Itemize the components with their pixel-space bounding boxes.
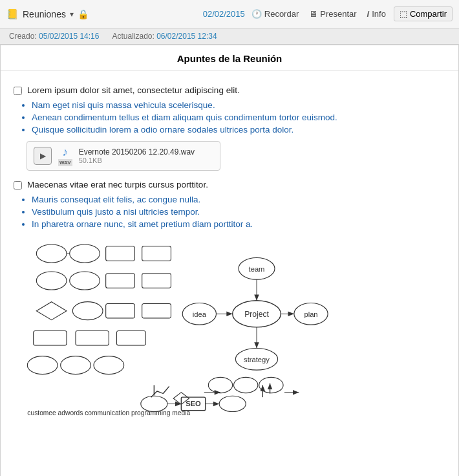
created-label: Creado: <box>9 32 37 41</box>
share-label: Compartir <box>410 9 447 19</box>
attachment-info: Evernote 20150206 12.20.49.wav 50.1KB <box>79 147 195 164</box>
share-button[interactable]: ⬚ Compartir <box>394 6 453 21</box>
music-note-icon: ♪ <box>62 146 68 159</box>
svg-marker-43 <box>293 390 299 395</box>
remind-icon: 🕐 <box>251 9 262 19</box>
list-item: Nam eget nisi quis massa vehicula sceler… <box>32 100 445 110</box>
checkbox-1-text: Lorem ipsum dolor sit amet, consectetur … <box>27 85 240 95</box>
svg-marker-24 <box>254 294 259 300</box>
note-title: Apuntes de la Reunión <box>1 45 458 71</box>
list-item: In pharetra ornare nunc, sit amet pretiu… <box>32 219 445 229</box>
svg-point-16 <box>27 356 58 374</box>
present-button[interactable]: 🖥 Presentar <box>305 7 360 21</box>
wav-label: WAV <box>58 159 72 166</box>
play-button[interactable]: ▶ <box>34 147 52 165</box>
svg-rect-8 <box>142 274 171 288</box>
svg-rect-11 <box>106 303 135 318</box>
svg-point-1 <box>70 244 100 263</box>
svg-rect-14 <box>76 330 109 345</box>
svg-text:strategy: strategy <box>244 356 270 363</box>
svg-marker-57 <box>268 384 272 389</box>
present-icon: 🖥 <box>309 9 317 19</box>
svg-text:Project: Project <box>244 310 269 319</box>
svg-point-5 <box>36 272 67 290</box>
bullet-list-1: Nam eget nisi quis massa vehicula sceler… <box>32 100 445 135</box>
updated-value: 06/02/2015 12:34 <box>156 32 217 41</box>
toolbar-right: ⬚ Compartir <box>394 6 453 21</box>
checkbox-1[interactable] <box>14 87 22 95</box>
svg-marker-28 <box>226 312 232 316</box>
mindmap-svg: Project team idea plan strategy <box>14 235 445 416</box>
svg-point-37 <box>208 377 232 393</box>
svg-text:customee   adwords   communica: customee adwords communication programmi… <box>27 409 190 416</box>
updated-label: Actualizado: <box>112 32 154 41</box>
svg-rect-7 <box>106 274 135 288</box>
attachment-name: Evernote 20150206 12.20.49.wav <box>79 147 195 157</box>
svg-rect-3 <box>106 246 135 261</box>
checkbox-2-text: Maecenas vitae erat nec turpis cursus po… <box>27 180 208 189</box>
info-label: Info <box>372 9 386 19</box>
note-date: 02/02/2015 <box>203 9 245 19</box>
svg-point-17 <box>61 356 91 374</box>
notebook-label[interactable]: Reuniones <box>23 9 66 19</box>
attachment-size: 50.1KB <box>79 157 195 164</box>
notebook-icon: 📒 <box>6 8 19 20</box>
sub-header: Creado: 05/02/2015 14:16 Actualizado: 06… <box>0 28 459 45</box>
svg-rect-12 <box>142 303 171 318</box>
created-value: 05/02/2015 14:16 <box>39 32 99 41</box>
svg-point-18 <box>94 356 124 374</box>
svg-point-38 <box>234 377 258 393</box>
toolbar-left: 📒 Reuniones ▾ 🔒 <box>6 8 199 20</box>
list-item: Vestibulum quis justo a nisi ultricies t… <box>32 207 445 217</box>
audio-attachment: ▶ ♪ WAV Evernote 20150206 12.20.49.wav 5… <box>27 141 220 171</box>
dropdown-icon[interactable]: ▾ <box>70 10 74 19</box>
note-content: Apuntes de la Reunión Lorem ipsum dolor … <box>0 45 459 476</box>
toolbar-center: 02/02/2015 🕐 Recordar 🖥 Presentar i Info <box>203 7 390 21</box>
svg-point-49 <box>219 396 246 411</box>
list-item: Aenean condimentum tellus et diam aliqua… <box>32 113 445 122</box>
svg-rect-13 <box>34 330 67 345</box>
remind-label: Recordar <box>264 9 299 19</box>
present-label: Presentar <box>320 9 356 19</box>
svg-marker-51 <box>213 402 219 406</box>
svg-marker-41 <box>215 390 220 395</box>
checkbox-2[interactable] <box>14 181 22 189</box>
list-item: Mauris consequat elit felis, ac congue n… <box>32 195 445 204</box>
toolbar: 📒 Reuniones ▾ 🔒 02/02/2015 🕐 Recordar 🖥 … <box>0 0 459 28</box>
svg-point-10 <box>72 302 103 320</box>
info-button[interactable]: i Info <box>363 7 390 21</box>
info-icon: i <box>367 9 370 19</box>
svg-text:team: team <box>249 265 265 273</box>
svg-marker-32 <box>288 312 294 316</box>
svg-rect-4 <box>142 246 171 261</box>
svg-marker-9 <box>36 302 67 320</box>
svg-text:plan: plan <box>304 310 317 318</box>
lock-icon: 🔒 <box>78 9 89 19</box>
remind-button[interactable]: 🕐 Recordar <box>248 7 303 21</box>
list-item: Quisque sollicitudin lorem a odio ornare… <box>32 125 445 135</box>
svg-marker-36 <box>254 342 259 348</box>
share-icon: ⬚ <box>400 9 407 19</box>
checkbox-item-1: Lorem ipsum dolor sit amet, consectetur … <box>14 85 445 95</box>
wav-icon: ♪ WAV <box>58 146 72 166</box>
svg-rect-15 <box>116 330 145 345</box>
svg-marker-55 <box>261 385 265 391</box>
note-body: Lorem ipsum dolor sit amet, consectetur … <box>1 71 458 424</box>
svg-text:SEO: SEO <box>186 400 201 407</box>
bullet-list-2: Mauris consequat elit felis, ac congue n… <box>32 195 445 229</box>
checkbox-item-2: Maecenas vitae erat nec turpis cursus po… <box>14 180 445 189</box>
svg-point-0 <box>36 244 67 263</box>
svg-point-6 <box>70 272 100 290</box>
svg-text:idea: idea <box>193 310 207 318</box>
mindmap-area: Project team idea plan strategy <box>14 235 445 416</box>
